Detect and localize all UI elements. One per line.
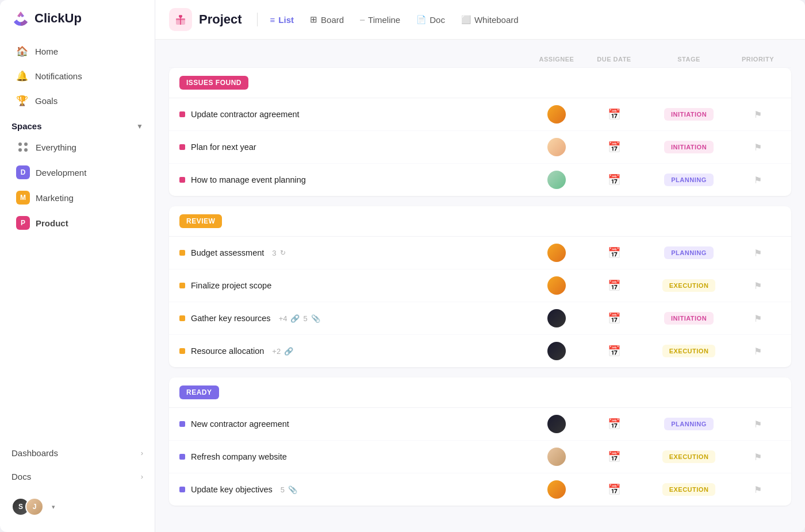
task-name: Update contractor agreement xyxy=(191,110,300,119)
task-extras: +2 🔗 xyxy=(272,347,293,356)
extra-count: 3 xyxy=(272,249,276,257)
table-row[interactable]: Finalize project scope 📅 EXECUTION ⚑ xyxy=(169,269,791,302)
task-name: Budget assessment xyxy=(191,248,264,257)
assignee-cell xyxy=(528,342,585,360)
sidebar-item-label: Development xyxy=(36,168,86,178)
task-name-cell: New contractor agreement xyxy=(179,419,528,429)
everything-icon xyxy=(16,140,30,154)
due-cell[interactable]: 📅 xyxy=(585,174,643,186)
flag-icon[interactable]: ⚑ xyxy=(754,419,762,430)
sidebar-item-dashboards[interactable]: Dashboards › xyxy=(0,441,155,465)
flag-icon[interactable]: ⚑ xyxy=(754,248,762,259)
task-name-cell: Update key objectives 5 📎 xyxy=(179,485,528,494)
flag-icon[interactable]: ⚑ xyxy=(754,142,762,153)
flag-icon[interactable]: ⚑ xyxy=(754,280,762,291)
tab-list[interactable]: ≡ List xyxy=(262,11,302,29)
svg-point-2 xyxy=(18,148,22,152)
flag-icon[interactable]: ⚑ xyxy=(754,346,762,357)
home-icon: 🏠 xyxy=(16,45,28,57)
paperclip-icon: 📎 xyxy=(288,485,297,494)
assignee-cell xyxy=(528,309,585,327)
due-cell[interactable]: 📅 xyxy=(585,345,643,357)
due-cell[interactable]: 📅 xyxy=(585,312,643,325)
tab-doc[interactable]: 📄 Doc xyxy=(408,11,453,29)
sidebar-item-development[interactable]: D Development xyxy=(5,160,150,184)
task-name-cell: Finalize project scope xyxy=(179,281,528,290)
space-badge-m: M xyxy=(16,191,30,205)
section-badge: ISSUES FOUND xyxy=(179,76,248,90)
sidebar-item-notifications[interactable]: 🔔 Notifications xyxy=(5,64,150,88)
assignee-cell xyxy=(528,276,585,295)
page-title: Project xyxy=(199,12,242,27)
task-dot xyxy=(179,348,185,354)
avatar xyxy=(547,480,566,499)
sidebar-item-marketing[interactable]: M Marketing xyxy=(5,186,150,210)
column-headers: ASSIGNEE DUE DATE STAGE PRIORITY xyxy=(169,51,791,68)
due-cell[interactable]: 📅 xyxy=(585,279,643,292)
sidebar-item-docs[interactable]: Docs › xyxy=(0,465,155,488)
sidebar-item-label: Everything xyxy=(36,142,76,152)
flag-icon[interactable]: ⚑ xyxy=(754,452,762,462)
sidebar: ClickUp 🏠 Home 🔔 Notifications 🏆 Goals S… xyxy=(0,0,155,532)
svg-point-3 xyxy=(24,148,28,152)
space-badge-p: P xyxy=(16,216,30,230)
due-cell[interactable]: 📅 xyxy=(585,246,643,259)
table-row[interactable]: Update key objectives 5 📎 📅 EXECUTION ⚑ xyxy=(169,473,791,506)
task-extras: 3 ↻ xyxy=(272,249,285,257)
tab-board[interactable]: ⊞ Board xyxy=(302,10,352,29)
table-row[interactable]: How to manage event planning 📅 PLANNING … xyxy=(169,164,791,196)
col-task xyxy=(179,56,528,63)
sidebar-item-everything[interactable]: Everything xyxy=(5,135,150,159)
table-row[interactable]: Update contractor agreement 📅 INITIATION… xyxy=(169,98,791,131)
table-row[interactable]: Refresh company website 📅 EXECUTION ⚑ xyxy=(169,441,791,473)
due-cell[interactable]: 📅 xyxy=(585,450,643,463)
content-area: ASSIGNEE DUE DATE STAGE PRIORITY ISSUES … xyxy=(155,40,805,532)
flag-icon[interactable]: ⚑ xyxy=(754,175,762,186)
extra-count: 5 xyxy=(281,485,285,494)
due-cell[interactable]: 📅 xyxy=(585,108,643,121)
tab-label: Timeline xyxy=(368,15,400,25)
task-dot xyxy=(179,487,185,492)
space-badge-d: D xyxy=(16,165,30,179)
refresh-icon: ↻ xyxy=(280,249,286,257)
stage-badge: EXECUTION xyxy=(662,483,716,496)
stage-badge: PLANNING xyxy=(664,418,713,430)
avatar xyxy=(547,105,566,124)
extra-count: +4 xyxy=(279,314,288,323)
avatar xyxy=(547,342,566,360)
stage-cell: PLANNING xyxy=(643,174,735,186)
stage-badge: EXECUTION xyxy=(662,450,716,463)
flag-icon[interactable]: ⚑ xyxy=(754,109,762,120)
sidebar-item-goals[interactable]: 🏆 Goals xyxy=(5,89,150,113)
stage-badge: INITIATION xyxy=(664,108,714,121)
flag-icon[interactable]: ⚑ xyxy=(754,484,762,495)
avatar xyxy=(547,138,566,156)
stage-badge: PLANNING xyxy=(664,174,713,186)
stage-cell: EXECUTION xyxy=(643,450,735,463)
priority-cell: ⚑ xyxy=(735,142,781,153)
table-row[interactable]: New contractor agreement 📅 PLANNING ⚑ xyxy=(169,408,791,441)
task-name: Update key objectives xyxy=(191,485,273,494)
task-name-cell: Budget assessment 3 ↻ xyxy=(179,248,528,257)
sidebar-item-product[interactable]: P Product xyxy=(5,211,150,235)
tab-whiteboard[interactable]: ⬜ Whiteboard xyxy=(453,11,527,29)
dropdown-arrow-icon[interactable]: ▾ xyxy=(52,503,55,511)
table-row[interactable]: Resource allocation +2 🔗 📅 EXECUTION ⚑ xyxy=(169,335,791,367)
stage-badge: INITIATION xyxy=(664,312,714,325)
priority-cell: ⚑ xyxy=(735,419,781,430)
flag-icon[interactable]: ⚑ xyxy=(754,313,762,324)
priority-cell: ⚑ xyxy=(735,452,781,462)
table-row[interactable]: Budget assessment 3 ↻ 📅 PLANNING ⚑ xyxy=(169,237,791,269)
due-cell[interactable]: 📅 xyxy=(585,418,643,430)
chevron-down-icon[interactable]: ▼ xyxy=(136,122,143,130)
sidebar-item-home[interactable]: 🏠 Home xyxy=(5,40,150,63)
table-row[interactable]: Gather key resources +4 🔗 5 📎 📅 INITIATI… xyxy=(169,302,791,335)
section-review: REVIEW Budget assessment 3 ↻ 📅 xyxy=(169,206,791,367)
section-header: ISSUES FOUND xyxy=(169,68,791,98)
priority-cell: ⚑ xyxy=(735,175,781,186)
user-row: S J ▾ xyxy=(0,491,155,523)
due-cell[interactable]: 📅 xyxy=(585,141,643,153)
tab-timeline[interactable]: ⏤ Timeline xyxy=(352,11,408,29)
table-row[interactable]: Plan for next year 📅 INITIATION ⚑ xyxy=(169,131,791,164)
due-cell[interactable]: 📅 xyxy=(585,483,643,496)
